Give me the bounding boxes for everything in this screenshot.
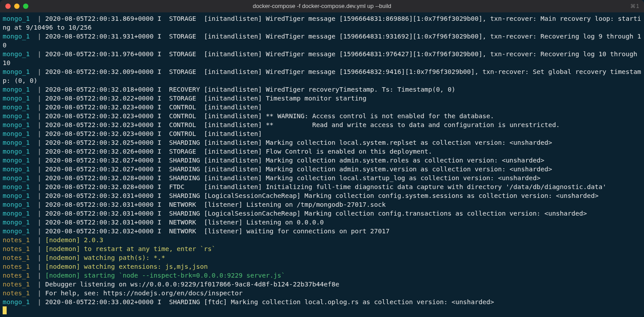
service-label: mongo_1 <box>3 130 30 137</box>
service-label: mongo_1 <box>3 174 30 182</box>
log-line: 2020-08-05T22:00:32.009+0000 I STORAGE [… <box>3 68 641 84</box>
log-line: 2020-08-05T22:00:32.025+0000 I SHARDING … <box>45 139 552 146</box>
log-line: 2020-08-05T22:00:32.027+0000 I SHARDING … <box>45 157 544 164</box>
pipe: | <box>38 210 42 217</box>
pipe: | <box>38 86 42 93</box>
log-line: 2020-08-05T22:00:32.028+0000 I FTDC [ini… <box>45 183 606 190</box>
service-label: mongo_1 <box>3 104 30 111</box>
pipe: | <box>38 192 42 199</box>
service-label: mongo_1 <box>3 15 30 22</box>
log-line: 2020-08-05T22:00:32.032+0000 I NETWORK [… <box>45 228 390 235</box>
service-label: mongo_1 <box>3 50 30 58</box>
log-line: watching extensions: js,mjs,json <box>84 263 207 270</box>
service-label: mongo_1 <box>3 33 30 40</box>
pipe: | <box>38 139 42 146</box>
cursor <box>3 306 7 314</box>
service-label: mongo_1 <box>3 298 30 305</box>
pipe: | <box>38 219 42 226</box>
log-line: 2020-08-05T22:00:32.023+0000 I CONTROL [… <box>45 112 494 120</box>
titlebar[interactable]: docker-compose -f docker-compose.dev.yml… <box>0 0 644 12</box>
pipe: | <box>38 50 42 58</box>
pipe: | <box>38 245 42 252</box>
log-line: starting `node --inspect-brk=0.0.0.0:922… <box>84 272 285 279</box>
pipe: | <box>38 228 42 235</box>
terminal-window: docker-compose -f docker-compose.dev.yml… <box>0 0 644 317</box>
traffic-lights <box>0 4 28 9</box>
log-line: For help, see: https://nodejs.org/en/doc… <box>45 290 242 297</box>
service-label: mongo_1 <box>3 121 30 128</box>
log-line: 2020-08-05T22:00:32.027+0000 I SHARDING … <box>45 166 552 173</box>
pipe: | <box>38 148 42 155</box>
pipe: | <box>38 272 42 279</box>
service-label: mongo_1 <box>3 157 30 164</box>
pipe: | <box>38 112 42 120</box>
log-line: 2020-08-05T22:00:32.028+0000 I SHARDING … <box>45 174 540 182</box>
service-label: mongo_1 <box>3 139 30 146</box>
service-label: notes_1 <box>3 272 30 279</box>
pipe: | <box>38 130 42 137</box>
service-label: notes_1 <box>3 290 30 297</box>
nodemon-tag: [nodemon] <box>45 236 80 244</box>
pipe: | <box>38 263 42 270</box>
service-label: notes_1 <box>3 236 30 244</box>
pipe: | <box>38 15 42 22</box>
log-line: 2020-08-05T22:00:32.022+0000 I STORAGE [… <box>45 95 367 102</box>
log-line: watching path(s): *.* <box>84 254 165 261</box>
log-line: 2020-08-05T22:00:32.031+0000 I NETWORK [… <box>45 201 386 208</box>
pipe: | <box>38 174 42 182</box>
log-line: 2020-08-05T22:00:32.026+0000 I STORAGE [… <box>45 148 432 155</box>
log-line: 2020-08-05T22:00:32.031+0000 I SHARDING … <box>45 192 598 199</box>
pipe: | <box>38 254 42 261</box>
pipe: | <box>38 236 42 244</box>
minimize-window-button[interactable] <box>14 4 20 9</box>
pipe: | <box>38 121 42 128</box>
pipe: | <box>38 68 42 75</box>
service-label: notes_1 <box>3 245 30 252</box>
nodemon-tag: [nodemon] <box>45 263 80 270</box>
service-label: mongo_1 <box>3 166 30 173</box>
service-label: mongo_1 <box>3 112 30 120</box>
pipe: | <box>38 281 42 288</box>
pipe: | <box>38 166 42 173</box>
service-label: mongo_1 <box>3 192 30 199</box>
service-label: mongo_1 <box>3 95 30 102</box>
pipe: | <box>38 95 42 102</box>
log-line: 2020-08-05T22:00:32.018+0000 I RECOVERY … <box>45 86 455 93</box>
log-line: 2.0.3 <box>84 236 103 244</box>
log-line: Debugger listening on ws://0.0.0.0:9229/… <box>45 281 339 288</box>
service-label: mongo_1 <box>3 86 30 93</box>
service-label: mongo_1 <box>3 228 30 235</box>
pipe: | <box>38 33 42 40</box>
terminal-output[interactable]: mongo_1 | 2020-08-05T22:00:31.869+0000 I… <box>0 12 644 317</box>
log-line: to restart at any time, enter `rs` <box>84 245 215 252</box>
pipe: | <box>38 157 42 164</box>
nodemon-tag: [nodemon] <box>45 272 80 279</box>
log-line: 2020-08-05T22:00:31.976+0000 I STORAGE [… <box>3 50 641 66</box>
pipe: | <box>38 290 42 297</box>
zoom-window-button[interactable] <box>23 4 28 9</box>
service-label: mongo_1 <box>3 183 30 190</box>
nodemon-tag: [nodemon] <box>45 254 80 261</box>
log-line: 2020-08-05T22:00:32.023+0000 I CONTROL [… <box>45 104 262 111</box>
service-label: mongo_1 <box>3 201 30 208</box>
pipe: | <box>38 183 42 190</box>
log-line: 2020-08-05T22:00:32.031+0000 I NETWORK [… <box>45 219 324 226</box>
service-label: notes_1 <box>3 263 30 270</box>
log-line: 2020-08-05T22:00:31.931+0000 I STORAGE [… <box>3 33 641 49</box>
log-line: 2020-08-05T22:00:32.023+0000 I CONTROL [… <box>45 121 560 128</box>
pipe: | <box>38 298 42 305</box>
service-label: mongo_1 <box>3 148 30 155</box>
window-title: docker-compose -f docker-compose.dev.yml… <box>0 2 644 11</box>
service-label: mongo_1 <box>3 219 30 226</box>
pipe: | <box>38 104 42 111</box>
service-label: mongo_1 <box>3 68 30 75</box>
service-label: mongo_1 <box>3 210 30 217</box>
service-label: notes_1 <box>3 254 30 261</box>
log-line: 2020-08-05T22:00:32.023+0000 I CONTROL [… <box>45 130 262 137</box>
nodemon-tag: [nodemon] <box>45 245 80 252</box>
log-line: 2020-08-05T22:00:33.002+0000 I SHARDING … <box>45 298 494 305</box>
close-window-button[interactable] <box>5 4 11 9</box>
service-label: notes_1 <box>3 281 30 288</box>
log-line: 2020-08-05T22:00:31.869+0000 I STORAGE [… <box>3 15 641 31</box>
pipe: | <box>38 201 42 208</box>
